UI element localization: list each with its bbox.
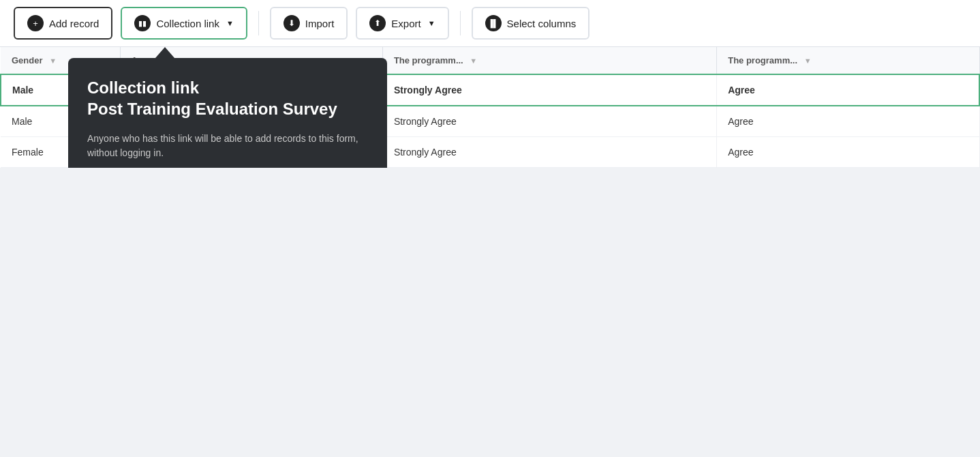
add-icon: + <box>27 15 44 31</box>
cell-prog1: Strongly Agree <box>382 74 716 106</box>
add-record-button[interactable]: + Add record <box>14 7 112 40</box>
select-columns-button[interactable]: ▐▌ Select columns <box>472 7 590 40</box>
column-label-prog1: The programm... <box>394 55 463 65</box>
cell-prog2: Agree <box>717 74 979 106</box>
select-columns-label: Select columns <box>507 18 577 29</box>
filter-icon-prog2[interactable]: ▼ <box>804 57 812 65</box>
collection-link-icon: ▮▮ <box>134 15 151 31</box>
column-label-gender: Gender <box>12 55 43 65</box>
collection-link-popup: Collection linkPost Training Evaluation … <box>68 58 387 168</box>
popup-wrapper: Collection linkPost Training Evaluation … <box>68 47 387 168</box>
toolbar: + Add record ▮▮ Collection link ▼ ⬇ Impo… <box>0 0 980 47</box>
export-button[interactable]: ⬆ Export ▼ <box>356 7 448 40</box>
column-label-prog2: The programm... <box>728 55 797 65</box>
import-label: Import <box>305 18 335 29</box>
toolbar-separator <box>258 11 259 35</box>
collection-link-label: Collection link <box>156 18 219 29</box>
import-icon: ⬇ <box>284 15 300 31</box>
select-columns-icon: ▐▌ <box>485 15 502 31</box>
cell-prog2: Agree <box>717 106 979 137</box>
column-header-prog2[interactable]: The programm... ▼ <box>717 47 979 74</box>
cell-prog1: Strongly Agree <box>382 137 716 168</box>
table-area: Gender ▼ Age range ▼ The programm... ▼ T… <box>0 47 980 168</box>
add-record-label: Add record <box>49 18 99 29</box>
popup-arrow <box>155 47 174 58</box>
popup-description: Anyone who has this link will be able to… <box>87 132 368 160</box>
cell-prog1: Strongly Agree <box>382 106 716 137</box>
import-button[interactable]: ⬇ Import <box>270 7 348 40</box>
column-header-prog1[interactable]: The programm... ▼ <box>382 47 716 74</box>
export-icon: ⬆ <box>369 15 386 31</box>
export-label: Export <box>391 18 420 29</box>
export-caret-icon: ▼ <box>428 19 435 27</box>
toolbar-separator-2 <box>460 11 461 35</box>
filter-icon-gender[interactable]: ▼ <box>49 57 57 65</box>
filter-icon-prog1[interactable]: ▼ <box>470 57 477 65</box>
collection-link-button[interactable]: ▮▮ Collection link ▼ <box>121 7 247 40</box>
dropdown-caret-icon: ▼ <box>226 19 234 27</box>
cell-prog2: Agree <box>717 137 979 168</box>
popup-title: Collection linkPost Training Evaluation … <box>87 77 368 119</box>
